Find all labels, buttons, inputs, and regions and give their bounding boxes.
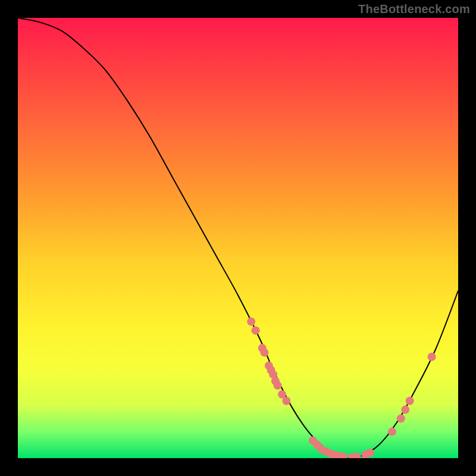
data-marker xyxy=(428,353,436,361)
data-marker xyxy=(406,397,414,405)
data-marker xyxy=(260,348,268,356)
data-marker xyxy=(401,406,409,414)
data-marker xyxy=(388,428,396,436)
plot-area xyxy=(18,18,458,458)
data-marker xyxy=(247,318,255,326)
attribution-label: TheBottleneck.com xyxy=(358,2,470,16)
chart-frame: TheBottleneck.com xyxy=(0,0,476,476)
data-markers xyxy=(247,318,436,458)
data-marker xyxy=(282,397,290,405)
data-marker xyxy=(274,381,282,390)
data-marker xyxy=(366,449,374,457)
bottleneck-curve xyxy=(18,18,458,458)
data-marker xyxy=(397,414,405,422)
curve-overlay xyxy=(18,18,458,458)
data-marker xyxy=(252,326,260,334)
